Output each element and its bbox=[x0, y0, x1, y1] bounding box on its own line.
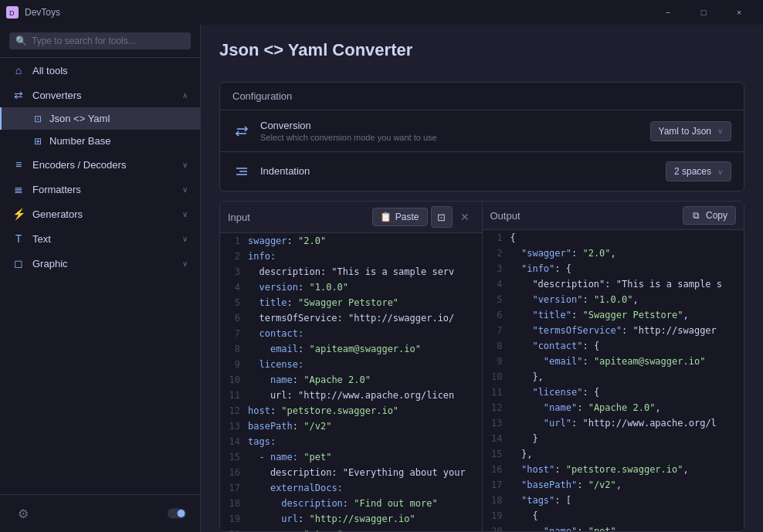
conversion-value: Yaml to Json bbox=[659, 126, 711, 137]
sidebar-category-encoders[interactable]: ≡ Encoders / Decoders ∨ bbox=[0, 152, 200, 177]
search-icon: 🔍 bbox=[15, 36, 27, 46]
conversion-icon bbox=[232, 122, 251, 141]
titlebar-left: D DevToys bbox=[6, 6, 60, 19]
formatters-label: Formatters bbox=[32, 184, 81, 195]
output-label: Output bbox=[490, 210, 680, 222]
table-row: 12host: "petstore.swagger.io" bbox=[220, 403, 482, 418]
svg-point-3 bbox=[178, 510, 185, 517]
table-row: 14tags: bbox=[220, 434, 482, 449]
text-label: Text bbox=[32, 233, 51, 245]
conversion-row: Conversion Select which conversion mode … bbox=[220, 110, 744, 152]
table-row: 19 { bbox=[483, 508, 744, 524]
theme-toggle-button[interactable] bbox=[166, 503, 188, 524]
table-row: 7 contact: bbox=[220, 326, 482, 341]
table-row: 8 email: "apiteam@swagger.io" bbox=[220, 341, 482, 357]
all-tools-label: All tools bbox=[32, 65, 68, 76]
input-pane: Input 📋 Paste ⊡ ✕ 1swagger: "2.0"2info:3… bbox=[220, 202, 483, 531]
sidebar-item-all-tools[interactable]: ⌂ All tools bbox=[0, 58, 200, 83]
maximize-button[interactable]: □ bbox=[686, 0, 721, 25]
window-controls: − □ × bbox=[650, 0, 757, 25]
conversion-info: Conversion Select which conversion mode … bbox=[260, 120, 641, 142]
table-row: 4 version: "1.0.0" bbox=[220, 280, 482, 295]
sidebar-item-number-base[interactable]: ⊞ Number Base bbox=[0, 130, 200, 152]
conversion-dropdown-chevron: ∨ bbox=[717, 127, 723, 135]
indentation-value: 2 spaces bbox=[674, 166, 711, 177]
converters-chevron: ∧ bbox=[182, 91, 188, 100]
table-row: 11 "license": { bbox=[483, 385, 744, 400]
input-label: Input bbox=[228, 212, 369, 223]
table-row: 13 "url": "http://www.apache.org/l bbox=[483, 415, 744, 431]
sidebar-category-text[interactable]: T Text ∨ bbox=[0, 226, 200, 251]
table-row: 12 "name": "Apache 2.0", bbox=[483, 400, 744, 415]
table-row: 2info: bbox=[220, 249, 482, 264]
app-icon: D bbox=[6, 6, 19, 19]
content-area: Json <> Yaml Converter Configuration Con… bbox=[201, 25, 763, 532]
paste-label: Paste bbox=[395, 212, 419, 222]
home-icon: ⌂ bbox=[12, 64, 25, 76]
sidebar-footer: ⚙ bbox=[0, 494, 200, 532]
table-row: 7 "termsOfService": "http://swagger bbox=[483, 323, 744, 338]
converters-icon: ⇄ bbox=[12, 89, 25, 101]
table-row: 10 }, bbox=[483, 369, 744, 385]
converters-label: Converters bbox=[32, 90, 82, 101]
table-row: 17 externalDocs: bbox=[220, 480, 482, 496]
table-row: 4 "description": "This is a sample s bbox=[483, 276, 744, 292]
graphic-icon: ◻ bbox=[12, 257, 25, 269]
text-chevron: ∨ bbox=[182, 235, 188, 243]
sidebar-category-graphic[interactable]: ◻ Graphic ∨ bbox=[0, 251, 200, 276]
paste-icon: 📋 bbox=[381, 212, 392, 222]
config-title: Configuration bbox=[220, 83, 744, 110]
table-row: 19 url: "http://swagger.io" bbox=[220, 511, 482, 527]
settings-button[interactable]: ⚙ bbox=[12, 503, 34, 524]
sidebar-item-json-yaml[interactable]: ⊡ Json <> Yaml bbox=[0, 107, 200, 130]
text-icon: T bbox=[12, 232, 25, 245]
input-toolbar: Input 📋 Paste ⊡ ✕ bbox=[220, 202, 482, 233]
table-row: 5 "version": "1.0.0", bbox=[483, 292, 744, 307]
graphic-chevron: ∨ bbox=[182, 259, 188, 268]
page-header: Json <> Yaml Converter bbox=[201, 25, 763, 82]
copy-icon: ⧉ bbox=[691, 210, 702, 221]
output-pane: Output ⧉ Copy 1{2 "swagger": "2.0",3 "in… bbox=[483, 202, 744, 531]
table-row: 14 } bbox=[483, 431, 744, 446]
indentation-icon bbox=[232, 162, 251, 181]
json-yaml-label: Json <> Yaml bbox=[49, 113, 110, 124]
paste-button[interactable]: 📋 Paste bbox=[372, 208, 428, 226]
new-file-button[interactable]: ⊡ bbox=[431, 206, 453, 228]
input-editor[interactable]: 1swagger: "2.0"2info:3 description: "Thi… bbox=[220, 233, 482, 531]
conversion-dropdown[interactable]: Yaml to Json ∨ bbox=[650, 121, 731, 141]
table-row: 20 - name: "store" bbox=[220, 527, 482, 531]
sidebar-category-generators[interactable]: ⚡ Generators ∨ bbox=[0, 202, 200, 226]
nav-section: ⌂ All tools ⇄ Converters ∧ ⊡ Json <> Yam… bbox=[0, 58, 200, 494]
indentation-label: Indentation bbox=[260, 165, 656, 177]
close-icon: ✕ bbox=[460, 211, 470, 223]
formatters-icon: ≣ bbox=[12, 183, 25, 195]
table-row: 6 "title": "Swagger Petstore", bbox=[483, 307, 744, 323]
conversion-label: Conversion bbox=[260, 120, 641, 131]
close-button[interactable]: × bbox=[721, 0, 757, 25]
sidebar-category-formatters[interactable]: ≣ Formatters ∨ bbox=[0, 177, 200, 202]
number-base-label: Number Base bbox=[49, 135, 110, 147]
input-close-button[interactable]: ✕ bbox=[456, 208, 474, 226]
generators-icon: ⚡ bbox=[12, 208, 25, 220]
table-row: 1swagger: "2.0" bbox=[220, 233, 482, 249]
graphic-label: Graphic bbox=[32, 258, 68, 269]
table-row: 15 }, bbox=[483, 446, 744, 462]
search-input[interactable] bbox=[32, 36, 185, 46]
minimize-button[interactable]: − bbox=[650, 0, 686, 25]
indentation-dropdown[interactable]: 2 spaces ∨ bbox=[666, 161, 731, 181]
output-editor[interactable]: 1{2 "swagger": "2.0",3 "info": {4 "descr… bbox=[483, 230, 744, 531]
config-section: Configuration Conversion Select which co… bbox=[219, 82, 744, 191]
table-row: 1{ bbox=[483, 230, 744, 246]
search-input-wrap[interactable]: 🔍 bbox=[9, 32, 191, 49]
sidebar-category-converters[interactable]: ⇄ Converters ∧ bbox=[0, 83, 200, 107]
table-row: 16 "host": "petstore.swagger.io", bbox=[483, 462, 744, 477]
table-row: 9 "email": "apiteam@swagger.io" bbox=[483, 354, 744, 369]
copy-button[interactable]: ⧉ Copy bbox=[683, 206, 736, 225]
table-row: 16 description: "Everything about your bbox=[220, 465, 482, 480]
table-row: 18 "tags": [ bbox=[483, 493, 744, 508]
table-row: 2 "swagger": "2.0", bbox=[483, 246, 744, 261]
search-bar: 🔍 bbox=[0, 25, 200, 58]
number-base-icon: ⊞ bbox=[32, 136, 43, 147]
svg-text:D: D bbox=[9, 9, 15, 17]
output-toolbar: Output ⧉ Copy bbox=[483, 202, 744, 230]
